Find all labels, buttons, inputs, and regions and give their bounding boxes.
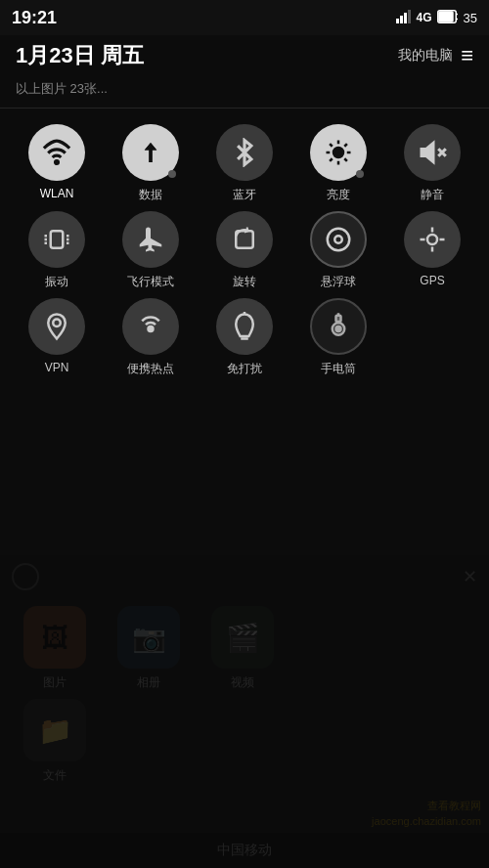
svg-rect-0: [396, 19, 399, 23]
toggle-vibrate[interactable]: 振动: [18, 211, 96, 290]
toggle-circle-vpn: [28, 298, 85, 355]
toggle-circle-silent: [404, 124, 461, 181]
notification-text: 以上图片 23张...: [0, 78, 489, 108]
quick-toggles: WLAN 数据 蓝牙: [0, 116, 489, 393]
svg-rect-21: [51, 231, 64, 248]
status-bar: 19:21 4G 35: [0, 0, 489, 35]
toggle-airplane[interactable]: 飞行模式: [111, 211, 190, 290]
toggle-rotate[interactable]: 旋转: [205, 211, 284, 290]
svg-line-16: [330, 158, 333, 161]
toggle-empty: [393, 298, 471, 377]
svg-point-30: [334, 236, 342, 243]
toggle-circle-bt: [216, 124, 273, 181]
toggle-circle-rotate: [216, 211, 273, 268]
toggle-torch[interactable]: 手电筒: [299, 298, 378, 377]
svg-line-14: [330, 144, 333, 147]
toggle-circle-dnd: [216, 298, 273, 355]
toggle-hotspot[interactable]: 便携热点: [111, 298, 190, 377]
svg-rect-2: [404, 13, 407, 23]
toggle-circle-empty: [404, 298, 461, 355]
toggle-label-bright: 亮度: [327, 187, 350, 203]
notification-panel: 1月23日 周五 我的电脑 ≡ 以上图片 23张... WLAN: [0, 0, 489, 868]
toggle-wlan[interactable]: WLAN: [18, 124, 96, 203]
toggle-circle-hotspot: [122, 298, 179, 355]
network-type: 4G: [417, 11, 432, 24]
toggle-floatball[interactable]: 悬浮球: [299, 211, 378, 290]
toggle-circle-bright: [310, 124, 367, 181]
battery-level: 35: [464, 11, 477, 25]
toggle-label-torch: 手电筒: [321, 361, 356, 377]
toggle-silent[interactable]: 静音: [393, 124, 471, 203]
svg-point-37: [149, 326, 154, 331]
toggle-circle-airplane: [122, 211, 179, 268]
svg-point-8: [56, 161, 59, 164]
signal-icon: [396, 9, 412, 27]
svg-point-29: [328, 229, 350, 251]
svg-rect-3: [408, 10, 411, 23]
toggle-gps[interactable]: GPS: [393, 211, 471, 290]
toggle-dnd[interactable]: 免打扰: [205, 298, 284, 377]
my-computer-label: 我的电脑: [398, 47, 453, 65]
panel-date: 1月23日 周五: [16, 41, 144, 70]
toggle-label-vibrate: 振动: [45, 274, 68, 290]
svg-point-39: [336, 326, 341, 331]
svg-point-31: [427, 235, 437, 244]
svg-point-9: [333, 148, 343, 157]
toggle-label-vpn: VPN: [45, 361, 69, 374]
svg-line-15: [344, 158, 347, 161]
toggle-label-floatball: 悬浮球: [321, 274, 356, 290]
toggle-bright[interactable]: 亮度: [299, 124, 378, 203]
status-time: 19:21: [12, 8, 57, 28]
toggle-label-hotspot: 便携热点: [127, 361, 174, 377]
svg-rect-5: [439, 12, 453, 22]
status-icons: 4G 35: [396, 9, 477, 27]
toggle-circle-wlan: [28, 124, 85, 181]
toggle-circle-gps: [404, 211, 461, 268]
toggle-label-data: 数据: [139, 187, 162, 203]
toggle-label-dnd: 免打扰: [227, 361, 262, 377]
svg-rect-40: [336, 316, 341, 322]
toggle-circle-vibrate: [28, 211, 85, 268]
svg-rect-1: [400, 16, 403, 23]
battery-icon: [437, 10, 459, 26]
toggle-circle-floatball: [310, 211, 367, 268]
panel-menu-icon[interactable]: ≡: [461, 43, 473, 68]
toggle-row-2: 振动 飞行模式 旋转: [10, 211, 479, 290]
toggle-data[interactable]: 数据: [111, 124, 190, 203]
svg-marker-18: [422, 143, 434, 162]
toggle-vpn[interactable]: VPN: [18, 298, 96, 377]
svg-point-36: [53, 320, 61, 327]
toggle-label-wlan: WLAN: [40, 187, 74, 200]
toggle-label-bt: 蓝牙: [233, 187, 256, 203]
toggle-circle-data: [122, 124, 179, 181]
toggle-row-1: WLAN 数据 蓝牙: [10, 124, 479, 203]
toggle-label-rotate: 旋转: [233, 274, 256, 290]
toggle-label-gps: GPS: [420, 274, 444, 287]
svg-line-17: [344, 144, 347, 147]
toggle-bt[interactable]: 蓝牙: [205, 124, 284, 203]
toggle-row-3: VPN 便携热点: [10, 298, 479, 377]
toggle-label-airplane: 飞行模式: [127, 274, 174, 290]
toggle-circle-torch: [310, 298, 367, 355]
toggle-label-silent: 静音: [421, 187, 444, 203]
